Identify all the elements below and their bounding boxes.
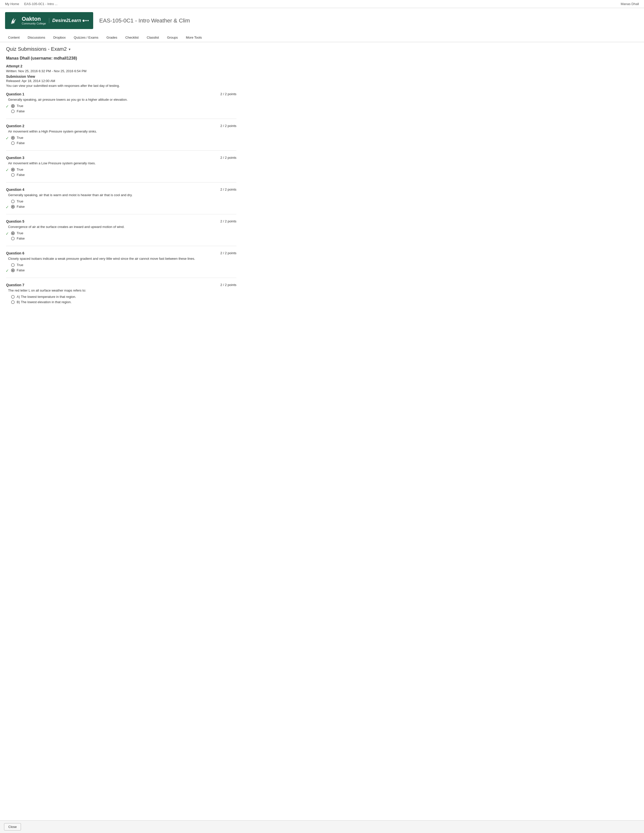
question-3-label: Question 3 [6, 156, 24, 160]
attempt-written: Written: Nov 25, 2016 6:32 PM - Nov 25, … [6, 69, 237, 73]
question-5-option-0-radio[interactable] [11, 232, 14, 235]
top-nav-home[interactable]: My Home [5, 2, 19, 6]
question-5-option-0: ✓True [11, 231, 237, 235]
oakton-subtext: Community College [22, 22, 46, 25]
question-6-points: 2 / 2 points [220, 251, 237, 255]
question-2-header: Question 22 / 2 points [6, 124, 237, 128]
header-banner: Oakton Community College Desire2Learn EA… [0, 8, 644, 33]
released-date: Released: Apr 18, 2014 12:00 AM [6, 79, 237, 83]
question-6-option-0-radio[interactable] [11, 263, 14, 267]
question-6-option-0-label: True [17, 263, 23, 267]
question-4-text: Gernerally speaking, air that is warm an… [8, 193, 237, 197]
toolbar-nav: Content Discussions Dropbox Quizzes / Ex… [0, 33, 644, 42]
question-4-option-1-checkmark: ✓ [6, 205, 9, 209]
question-4-header: Question 42 / 2 points [6, 188, 237, 191]
title-dropdown-icon[interactable]: ▾ [69, 47, 71, 51]
question-6-options: True✓False [11, 263, 237, 272]
submission-view-label: Submission View [6, 74, 237, 79]
oakton-name: Oakton [22, 16, 46, 22]
question-2-option-1: False [11, 141, 237, 145]
question-6-option-1-label: False [17, 269, 25, 272]
question-3-option-0-radio[interactable] [11, 168, 14, 171]
question-3-points: 2 / 2 points [220, 156, 237, 159]
question-5-option-1-label: False [17, 236, 25, 240]
question-7-text: The red letter L on all surface weather … [8, 288, 237, 292]
question-4: Question 42 / 2 pointsGernerally speakin… [6, 188, 237, 214]
question-2-option-0-label: True [17, 136, 23, 140]
student-name: Manas Dhall (username: mdhall1238) [6, 56, 237, 61]
question-7-option-1-label: B) The lowest elevation in that region. [17, 300, 71, 304]
question-7-option-0-radio[interactable] [11, 295, 14, 299]
question-4-option-0-radio[interactable] [11, 199, 14, 203]
top-nav: My Home EAS-105-0C1 - Intro ... Manas Dh… [0, 0, 644, 8]
question-3-option-1-radio[interactable] [11, 173, 14, 177]
question-6-option-1-radio[interactable] [11, 269, 14, 272]
nav-groups[interactable]: Groups [163, 33, 182, 42]
question-7-options: A) The lowest temperature in that region… [11, 295, 237, 304]
nav-discussions[interactable]: Discussions [24, 33, 49, 42]
d2l-logo: Desire2Learn [49, 18, 89, 23]
question-1-option-1-label: False [17, 109, 25, 113]
top-nav-links: My Home EAS-105-0C1 - Intro ... [5, 2, 58, 6]
question-6-option-0: True [11, 263, 237, 267]
top-nav-user: Manas Dhall [621, 2, 639, 6]
question-7-option-0: A) The lowest temperature in that region… [11, 295, 237, 299]
question-5: Question 52 / 2 pointsConvergence of air… [6, 219, 237, 246]
question-7-option-1: B) The lowest elevation in that region. [11, 300, 237, 304]
question-5-points: 2 / 2 points [220, 219, 237, 223]
question-5-text: Convergence of air at the surface create… [8, 225, 237, 229]
nav-dropbox[interactable]: Dropbox [49, 33, 70, 42]
question-7-option-0-label: A) The lowest temperature in that region… [17, 295, 76, 299]
question-5-option-1-radio[interactable] [11, 237, 14, 240]
question-6-option-1: ✓False [11, 269, 237, 272]
question-1-option-0-radio[interactable] [11, 104, 14, 108]
question-7-label: Question 7 [6, 283, 24, 287]
question-5-option-0-label: True [17, 231, 23, 235]
questions-container: Question 12 / 2 pointsGenerally speaking… [6, 92, 237, 309]
nav-grades[interactable]: Grades [103, 33, 121, 42]
nav-content[interactable]: Content [4, 33, 24, 42]
question-6-option-1-checkmark: ✓ [6, 269, 9, 273]
oakton-text: Oakton Community College [22, 16, 46, 25]
nav-checklist[interactable]: Checklist [121, 33, 143, 42]
question-2-option-0: ✓True [11, 136, 237, 140]
oakton-leaf-icon [10, 16, 19, 26]
question-4-option-0-label: True [17, 199, 23, 203]
question-2-points: 2 / 2 points [220, 124, 237, 128]
question-7-option-1-radio[interactable] [11, 301, 14, 304]
question-3-option-0-checkmark: ✓ [6, 167, 9, 172]
question-5-options: ✓TrueFalse [11, 231, 237, 240]
top-nav-course[interactable]: EAS-105-0C1 - Intro ... [24, 2, 58, 6]
question-2: Question 22 / 2 pointsAir movement withi… [6, 124, 237, 151]
question-2-options: ✓TrueFalse [11, 136, 237, 145]
question-1-option-1-radio[interactable] [11, 109, 14, 113]
page-title: Quiz Submissions - Exam2 [6, 46, 67, 52]
question-1-option-0: ✓True [11, 104, 237, 108]
question-7: Question 72 / 2 pointsThe red letter L o… [6, 283, 237, 309]
question-2-text: Air movement within a High Pressure syst… [8, 130, 237, 133]
question-6-label: Question 6 [6, 251, 24, 255]
question-2-option-0-radio[interactable] [11, 136, 14, 140]
nav-classlist[interactable]: Classlist [143, 33, 163, 42]
question-4-option-1: ✓False [11, 205, 237, 209]
question-6-text: Closely spaced isobars indicate a weak p… [8, 257, 237, 261]
course-title: EAS-105-0C1 - Intro Weather & Clim [99, 18, 190, 24]
question-4-option-1-radio[interactable] [11, 205, 14, 209]
question-3: Question 32 / 2 pointsAir movement withi… [6, 156, 237, 182]
attempt-label: Attempt 2 [6, 64, 237, 68]
question-1-header: Question 12 / 2 points [6, 92, 237, 96]
nav-quizzes[interactable]: Quizzes / Exams [70, 33, 103, 42]
question-4-options: True✓False [11, 199, 237, 209]
question-5-label: Question 5 [6, 219, 24, 224]
page-title-row: Quiz Submissions - Exam2 ▾ [6, 46, 237, 52]
question-7-points: 2 / 2 points [220, 283, 237, 287]
question-3-options: ✓TrueFalse [11, 167, 237, 177]
question-3-text: Air movement within a Low Pressure syste… [8, 161, 237, 165]
d2l-dots [82, 20, 89, 22]
nav-more-tools[interactable]: More Tools [182, 33, 206, 42]
question-5-header: Question 52 / 2 points [6, 219, 237, 224]
question-2-option-1-radio[interactable] [11, 142, 14, 145]
question-1-points: 2 / 2 points [220, 92, 237, 96]
question-1-option-0-label: True [17, 104, 23, 108]
question-4-option-1-label: False [17, 205, 25, 209]
